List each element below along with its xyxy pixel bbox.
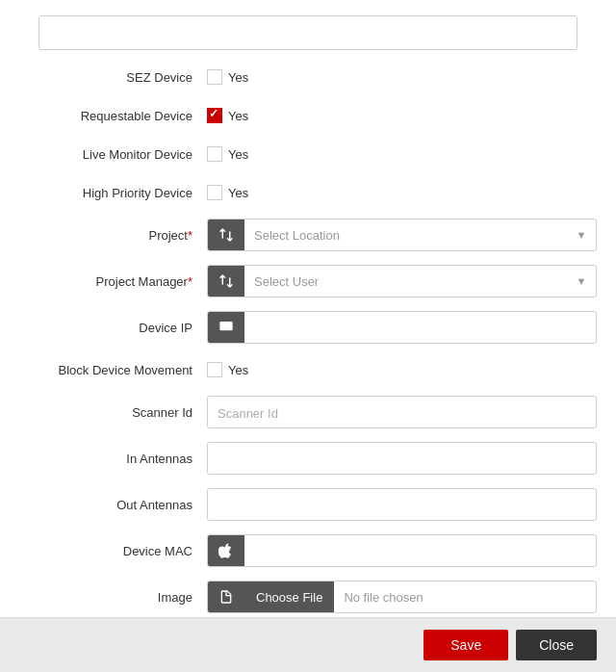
live-monitor-device-yes: Yes xyxy=(228,147,248,162)
device-ip-input-wrapper: 192.168.56.1 xyxy=(207,311,597,344)
project-select-icon-box xyxy=(208,219,244,251)
in-antennas-row: In Antennas xyxy=(0,435,616,481)
out-antennas-control xyxy=(207,488,597,521)
scanner-id-input[interactable] xyxy=(208,397,596,428)
project-manager-required: * xyxy=(188,274,192,289)
block-device-label: Block Device Movement xyxy=(19,363,207,377)
project-select[interactable]: Select Location xyxy=(244,219,567,251)
device-ip-label: Device IP xyxy=(19,321,207,335)
in-antennas-control xyxy=(207,442,597,475)
live-monitor-device-label: Live Monitor Device xyxy=(19,147,207,162)
requestable-device-label: Requestable Device xyxy=(19,109,207,123)
device-mac-row: Device MAC 7C70DBF6BEBD xyxy=(0,528,616,574)
high-priority-device-label: High Priority Device xyxy=(19,186,207,200)
image-control: Choose File No file chosen xyxy=(207,581,597,613)
live-monitor-device-control: Yes xyxy=(207,146,597,162)
requestable-device-row: Requestable Device Yes xyxy=(0,96,616,135)
device-mac-input-wrapper: 7C70DBF6BEBD xyxy=(207,534,597,567)
project-manager-select-wrapper[interactable]: Select User ▼ xyxy=(207,265,597,297)
apple-icon xyxy=(218,543,234,558)
image-file-icon-box xyxy=(208,581,244,613)
requestable-device-yes: Yes xyxy=(228,109,248,123)
device-mac-input[interactable]: 7C70DBF6BEBD xyxy=(244,534,596,567)
scanner-id-control xyxy=(207,396,597,428)
image-file-wrapper: Choose File No file chosen xyxy=(207,581,597,613)
image-row: Image Choose File No file chosen xyxy=(0,574,616,617)
device-mac-icon-box xyxy=(208,534,244,567)
scanner-id-row: Scanner Id xyxy=(0,389,616,435)
sez-device-checkbox[interactable] xyxy=(207,69,222,85)
image-label: Image xyxy=(19,590,207,605)
sez-device-control: Yes xyxy=(207,69,597,85)
out-antennas-input-wrapper xyxy=(207,488,597,521)
out-antennas-label: Out Antennas xyxy=(19,498,207,512)
file-icon xyxy=(218,589,234,605)
project-control: Select Location ▼ xyxy=(207,219,597,251)
device-ip-icon-box xyxy=(208,311,244,344)
high-priority-device-control: Yes xyxy=(207,185,597,200)
svg-rect-0 xyxy=(219,322,232,330)
project-manager-row: Project Manager* Select User ▼ xyxy=(0,258,616,304)
high-priority-device-row: High Priority Device Yes xyxy=(0,173,616,212)
out-antennas-input[interactable] xyxy=(208,489,596,521)
sez-device-row: SEZ Device Yes xyxy=(0,58,616,96)
top-section xyxy=(0,8,616,58)
sez-device-yes: Yes xyxy=(228,70,248,85)
live-monitor-device-checkbox-wrap: Yes xyxy=(207,146,248,162)
arrows-icon xyxy=(218,226,235,244)
arrows-icon-2 xyxy=(218,272,235,290)
device-mac-control: 7C70DBF6BEBD xyxy=(207,534,597,567)
high-priority-device-checkbox[interactable] xyxy=(207,185,222,200)
project-row: Project* Select Location ▼ xyxy=(0,212,616,258)
sez-device-checkbox-wrap: Yes xyxy=(207,69,248,85)
no-file-text: No file chosen xyxy=(334,590,432,605)
close-button[interactable]: Close xyxy=(516,630,597,660)
scanner-id-input-wrapper xyxy=(207,396,597,428)
form-container: SEZ Device Yes Requestable Device Yes Li… xyxy=(0,0,616,617)
in-antennas-input-wrapper xyxy=(207,442,597,475)
requestable-device-checkbox-wrap: Yes xyxy=(207,108,248,123)
block-device-yes: Yes xyxy=(228,363,248,377)
project-label: Project* xyxy=(19,228,207,243)
live-monitor-device-checkbox[interactable] xyxy=(207,146,222,162)
block-device-checkbox-wrap: Yes xyxy=(207,362,248,377)
project-manager-label: Project Manager* xyxy=(19,274,207,289)
in-antennas-label: In Antennas xyxy=(19,452,207,466)
top-textarea[interactable] xyxy=(38,15,578,50)
monitor-icon xyxy=(218,320,234,335)
project-manager-select-icon-box xyxy=(208,265,244,297)
out-antennas-row: Out Antennas xyxy=(0,481,616,528)
high-priority-device-yes: Yes xyxy=(228,186,248,200)
project-manager-select[interactable]: Select User xyxy=(244,265,567,297)
in-antennas-input[interactable] xyxy=(208,443,596,475)
project-select-wrapper[interactable]: Select Location ▼ xyxy=(207,219,597,251)
sez-device-label: SEZ Device xyxy=(19,70,207,85)
block-device-control: Yes xyxy=(207,362,597,377)
scanner-id-label: Scanner Id xyxy=(19,405,207,420)
device-mac-label: Device MAC xyxy=(19,544,207,558)
project-required: * xyxy=(188,228,192,243)
live-monitor-device-row: Live Monitor Device Yes xyxy=(0,135,616,173)
requestable-device-control: Yes xyxy=(207,108,597,123)
device-ip-control: 192.168.56.1 xyxy=(207,311,597,344)
block-device-row: Block Device Movement Yes xyxy=(0,350,616,389)
requestable-device-checkbox[interactable] xyxy=(207,108,222,123)
device-ip-row: Device IP 192.168.56.1 xyxy=(0,304,616,350)
high-priority-device-checkbox-wrap: Yes xyxy=(207,185,248,200)
save-button[interactable]: Save xyxy=(424,630,508,660)
project-arrow-icon: ▼ xyxy=(567,219,596,251)
footer-bar: Save Close xyxy=(0,617,616,672)
choose-file-button[interactable]: Choose File xyxy=(244,581,334,613)
block-device-checkbox[interactable] xyxy=(207,362,222,377)
project-manager-control: Select User ▼ xyxy=(207,265,597,297)
project-manager-arrow-icon: ▼ xyxy=(567,265,596,297)
device-ip-input[interactable]: 192.168.56.1 xyxy=(244,311,596,344)
